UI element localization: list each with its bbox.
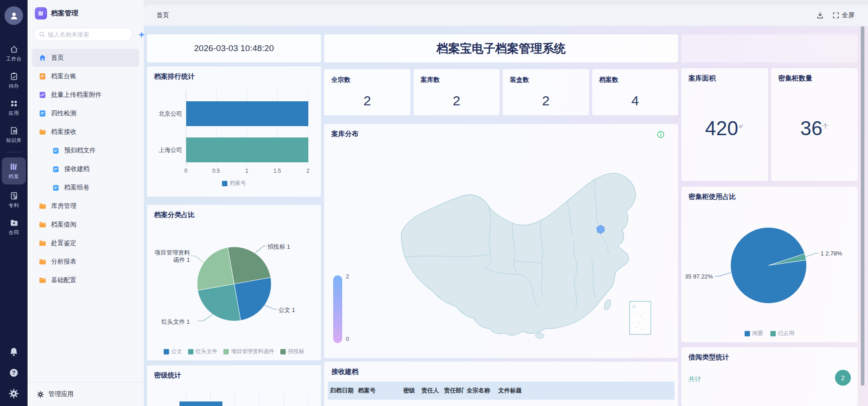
settings-gear-icon[interactable] <box>9 388 19 399</box>
menu-item-borrow[interactable]: 档案借阅 <box>32 216 139 234</box>
legend-swatch <box>222 181 227 186</box>
repository-map-card: 案库分布 <box>324 124 678 358</box>
dashboard-middle-column: 档案宝电子档案管理系统 全宗数 2 案库数 2 装盒数 2 <box>324 34 678 406</box>
bar-beijing[interactable] <box>186 101 308 126</box>
info-icon[interactable] <box>657 131 665 138</box>
stat-card-boxes: 装盒数 2 <box>503 69 589 115</box>
folder-icon <box>38 202 47 210</box>
app-logo <box>35 7 47 19</box>
taiwan-island <box>603 298 612 311</box>
borrow-type-card: 借阅类型统计 共计 2 <box>681 347 858 406</box>
search-input[interactable] <box>48 31 127 38</box>
rail-item-workbench[interactable]: 工作台 <box>2 42 26 65</box>
total-label: 共计 <box>689 375 701 383</box>
cabinet-usage-card: 密集柜使用占比 1 2.78% 35 97.22% 闲置 已占用 <box>681 187 858 342</box>
legend-item[interactable]: 档案号 <box>222 179 246 187</box>
category-pie-chart[interactable] <box>147 205 321 360</box>
dashboard: 2026-03-03 10:48:20 档案排行统计 北京公司 上海公司 0 0… <box>144 26 868 406</box>
secret-level-card: 密级统计 <box>147 365 321 406</box>
map-visual-scale[interactable] <box>333 275 342 343</box>
svg-text:AI: AI <box>14 130 16 132</box>
menu-item-base-config[interactable]: 基础配置 <box>32 271 139 289</box>
menu-item-batch-upload[interactable]: 批量上传档案附件 <box>32 86 139 104</box>
rail-divider <box>6 152 22 152</box>
rail-item-todo[interactable]: 待办 <box>2 69 26 92</box>
menu-item-pre-archive[interactable]: 预归档文件 <box>32 142 139 160</box>
folder-icon <box>38 258 47 266</box>
fullscreen-button[interactable]: 全屏 <box>832 11 854 19</box>
rail-item-archive[interactable]: 档案 <box>2 157 26 184</box>
pie-label-redhead: 红头文件 1 <box>161 318 190 326</box>
bar-shanghai[interactable] <box>186 137 308 162</box>
menu-item-storeroom[interactable]: 库房管理 <box>32 197 139 215</box>
column-header: 责任人 <box>419 387 442 395</box>
legend-item[interactable]: 项目管理资料函件 <box>223 348 274 355</box>
legend-item[interactable]: 已占用 <box>770 330 794 337</box>
pie-label-idle: 35 97.22% <box>685 273 713 280</box>
search-box[interactable] <box>34 28 132 41</box>
vertical-scrollbar[interactable] <box>861 26 864 386</box>
doc-blue-icon <box>38 109 47 118</box>
download-icon[interactable] <box>816 11 824 19</box>
china-map[interactable] <box>387 169 677 339</box>
search-row: + <box>28 24 144 43</box>
archive-dashboard-app: { "app": {"title": "档案管理"}, "rail": { "i… <box>0 0 868 406</box>
current-datetime: 2026-03-03 10:48:20 <box>194 43 274 53</box>
map-scale-min: 0 <box>346 335 349 342</box>
sidebar-menu: 首页 档案台账 批量上传档案附件 四性检测 档案接收 预归档文件 接收建档 档 <box>28 48 144 382</box>
books-icon <box>38 10 44 17</box>
help-icon[interactable]: ? <box>9 368 19 378</box>
legend-item[interactable]: 公文 <box>164 348 182 355</box>
usage-pie-legend: 闲置 已占用 <box>681 330 858 337</box>
stats-row: 全宗数 2 案库数 2 装盒数 2 档案数 4 <box>324 69 678 115</box>
home-icon <box>38 54 47 62</box>
repository-area-card: 案库面积 420㎡ <box>681 68 768 181</box>
menu-item-receive-create[interactable]: 接收建档 <box>32 160 139 178</box>
card-title: 档案排行统计 <box>154 72 195 81</box>
stat-card-repositories: 案库数 2 <box>414 69 500 115</box>
menu-item-receive[interactable]: 档案接收 <box>32 123 139 141</box>
secret-level-bar-partial <box>179 401 222 406</box>
contract-icon <box>9 218 19 227</box>
usage-pie-chart[interactable] <box>681 187 858 342</box>
pie-label-official: 公文 1 <box>278 306 295 314</box>
notifications-bell-icon[interactable] <box>9 347 19 357</box>
fullscreen-icon <box>832 12 840 19</box>
menu-item-home[interactable]: 首页 <box>32 49 139 67</box>
legend-item[interactable]: 闲置 <box>745 330 763 337</box>
rail-item-knowledge[interactable]: AI 知识库 <box>2 123 26 146</box>
menu-item-dispose[interactable]: 处置鉴定 <box>32 234 139 252</box>
rail-item-patent[interactable]: 专利 <box>2 188 26 212</box>
menu-item-four-check[interactable]: 四性检测 <box>32 104 139 123</box>
rail-bottom-icons: ? <box>0 347 28 399</box>
app-rail: 工作台 待办 应用 AI 知识库 档案 专利 合同 ? <box>0 0 28 406</box>
menu-item-reports[interactable]: 分析报表 <box>32 253 139 271</box>
add-button[interactable]: + <box>137 30 146 39</box>
rail-item-apps[interactable]: 应用 <box>2 96 26 119</box>
category-pie-legend: 公文 红头文件 项目管理资料函件 招投标 <box>147 348 321 355</box>
dashboard-left-column: 2026-03-03 10:48:20 档案排行统计 北京公司 上海公司 0 0… <box>147 34 321 406</box>
column-header: 归档日期 <box>328 387 356 395</box>
receive-table-card: 接收建档 归档日期 档案号 密级 责任人 责任部门 全宗名称 文件标题 <box>324 362 678 406</box>
menu-item-ledger[interactable]: 档案台账 <box>32 67 139 85</box>
menu-item-archive-volume[interactable]: 档案组卷 <box>32 179 139 197</box>
manage-apps-button[interactable]: 管理应用 <box>28 382 144 406</box>
user-avatar[interactable] <box>5 6 23 25</box>
rail-item-contract[interactable]: 合同 <box>2 215 26 239</box>
cabinet-value: 36个 <box>771 117 858 140</box>
system-title-card: 档案宝电子档案管理系统 <box>324 34 678 62</box>
main-area: 首页 全屏 2026-03-03 10:48:20 档案排行统计 <box>144 0 868 406</box>
legend-item[interactable]: 红头文件 <box>188 348 217 355</box>
chart-upload-icon <box>38 91 47 99</box>
stat-card-fonds: 全宗数 2 <box>324 69 410 115</box>
stat-value: 2 <box>421 93 493 109</box>
bar-category-label: 上海公司 <box>150 146 182 154</box>
legend-item[interactable]: 招投标 <box>280 348 304 355</box>
content-panel: 首页 全屏 2026-03-03 10:48:20 档案排行统计 <box>144 5 868 406</box>
folder-icon <box>38 221 47 229</box>
stat-card-archives: 档案数 4 <box>592 69 679 115</box>
topbar: 首页 全屏 <box>144 5 868 26</box>
stat-value: 2 <box>331 93 403 109</box>
tab-home[interactable]: 首页 <box>156 11 169 19</box>
card-title: 密级统计 <box>154 371 181 380</box>
